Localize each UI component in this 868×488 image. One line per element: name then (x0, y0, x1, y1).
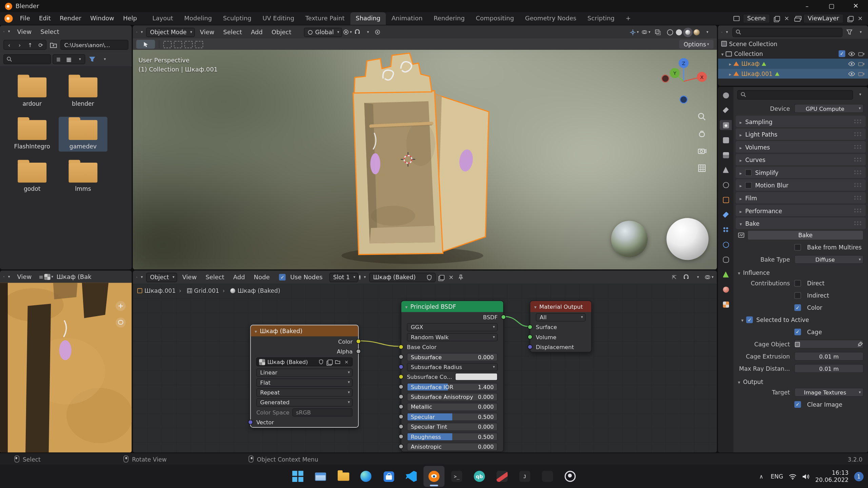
outliner-filter-icon[interactable] (845, 28, 853, 37)
influence-subheader[interactable]: Influence (738, 269, 864, 276)
eyedropper-icon[interactable] (857, 341, 863, 347)
display-settings-icon[interactable] (74, 55, 85, 64)
vp-menu-select[interactable]: Select (219, 28, 246, 36)
folder-tile[interactable]: blender (59, 74, 107, 109)
outliner-row-collection[interactable]: Collection (718, 49, 868, 59)
filter-settings-icon[interactable] (99, 57, 110, 61)
jdownloader-button[interactable]: J (514, 466, 535, 487)
filter-funnel-icon[interactable] (87, 57, 97, 62)
max-ray-field[interactable]: 0.01 m (794, 364, 864, 373)
maximize-button[interactable]: ▢ (819, 0, 844, 12)
shader-type-dropdown[interactable]: Object (146, 272, 177, 282)
fb-search-input[interactable] (3, 54, 51, 64)
expand-icon[interactable] (729, 60, 731, 67)
forward-icon[interactable]: › (14, 40, 25, 49)
properties-tab-particles[interactable] (719, 225, 732, 235)
fb-menu-view[interactable]: View (13, 28, 35, 35)
fake-user-shield-icon[interactable] (427, 274, 432, 280)
displacement-input-socket[interactable] (528, 344, 533, 349)
vp-menu-view[interactable]: View (196, 28, 218, 36)
interpolation-dropdown[interactable]: Linear (256, 368, 353, 376)
menu-help[interactable]: Help (119, 12, 141, 25)
eye-icon[interactable] (848, 61, 855, 66)
subsurface-anisotropy-slider[interactable]: Subsurface Anisotropy0.000 (407, 392, 498, 401)
properties-tab-output[interactable] (719, 135, 732, 145)
section-simplify[interactable]: Simplify (736, 166, 866, 178)
fb-menu-select[interactable]: Select (37, 28, 63, 35)
properties-tab-texture[interactable] (719, 299, 732, 309)
editor-type-file-browser-icon[interactable] (3, 27, 12, 36)
close-button[interactable]: ✕ (844, 0, 868, 12)
surface-input-socket[interactable] (528, 325, 533, 330)
bsdf-output-socket[interactable] (501, 314, 506, 320)
properties-options-icon[interactable] (855, 90, 864, 99)
mode-dropdown[interactable]: Object Mode (146, 27, 195, 37)
properties-tab-object[interactable] (719, 195, 732, 205)
base-color-input-socket[interactable] (398, 344, 403, 349)
bake-button[interactable]: Bake (747, 230, 864, 240)
section-performance[interactable]: Performance (736, 205, 866, 216)
input-socket[interactable] (398, 414, 403, 419)
section-volumes[interactable]: Volumes (736, 141, 866, 152)
tab-geometry-nodes[interactable]: Geometry Nodes (519, 12, 582, 25)
select-mode-extend-icon[interactable] (174, 41, 182, 48)
image-browse-icon[interactable] (46, 272, 55, 281)
camera-render-icon[interactable] (858, 71, 865, 76)
editor-type-properties-icon[interactable] (719, 90, 732, 100)
drag-grip-icon[interactable] (853, 119, 862, 124)
drag-grip-icon[interactable] (853, 144, 862, 149)
properties-tab-scene[interactable] (719, 165, 732, 175)
subsurface-method-dropdown[interactable]: Random Walk (407, 333, 498, 341)
zoom-icon[interactable] (697, 112, 707, 122)
editor-type-shader-icon[interactable] (136, 273, 145, 282)
outliner-display-icon[interactable] (856, 28, 865, 37)
tab-shading[interactable]: Shading (350, 12, 386, 25)
tab-layout[interactable]: Layout (147, 12, 179, 25)
motion-blur-checkbox[interactable] (745, 182, 752, 188)
properties-tab-view-layer[interactable] (719, 150, 732, 160)
input-socket[interactable] (398, 394, 403, 399)
color-checkbox[interactable] (794, 304, 801, 311)
cage-extrusion-field[interactable]: 0.01 m (794, 352, 864, 361)
roughness-slider[interactable]: Roughness0.500 (407, 432, 498, 441)
folder-tile[interactable]: FlashIntegro (8, 117, 57, 151)
copy-icon[interactable] (326, 359, 332, 365)
tab-sculpting[interactable]: Sculpting (217, 12, 257, 25)
scene-selector[interactable]: Scene (743, 14, 770, 23)
snap-magnet-icon[interactable] (353, 28, 362, 37)
metallic-slider[interactable]: Metallic0.000 (407, 403, 498, 411)
blender-menu-icon[interactable] (4, 14, 13, 22)
drag-grip-icon[interactable] (853, 221, 862, 226)
snap-settings-icon[interactable] (693, 273, 702, 282)
shading-settings-icon[interactable] (703, 28, 711, 37)
slot-dropdown[interactable]: Slot 1 (329, 272, 358, 282)
outliner-search-input[interactable] (732, 27, 843, 37)
section-curves[interactable]: Curves (736, 154, 866, 165)
specular-slider[interactable]: Specular0.500 (407, 412, 498, 421)
select-mode-new-icon[interactable] (163, 41, 172, 48)
list-view-icon[interactable]: ≣ (53, 55, 64, 64)
qbittorrent-button[interactable]: qb (469, 466, 490, 487)
properties-tab-constraints[interactable] (719, 255, 732, 264)
network-icon[interactable] (789, 469, 796, 483)
properties-tab-render[interactable] (719, 120, 732, 130)
drag-grip-icon[interactable] (853, 170, 862, 175)
vp-menu-add[interactable]: Add (247, 28, 267, 36)
thumbnail-view-icon[interactable]: ▦ (64, 55, 74, 64)
subsurface-radius-field[interactable]: Subsurface Radius (407, 363, 498, 371)
tab-texture-paint[interactable]: Texture Paint (300, 12, 350, 25)
toggle-ortho-grid-icon[interactable] (697, 163, 707, 173)
cage-object-field[interactable] (794, 340, 864, 348)
menu-edit[interactable]: Edit (35, 12, 55, 25)
output-target-dropdown[interactable]: All (536, 313, 586, 321)
editor-type-outliner-icon[interactable] (721, 28, 730, 37)
volume-icon[interactable] (802, 469, 810, 483)
volume-input-socket[interactable] (528, 334, 533, 340)
vector-input-socket[interactable] (248, 420, 253, 425)
section-motion-blur[interactable]: Motion Blur (736, 179, 866, 191)
projection-dropdown[interactable]: Flat (256, 378, 353, 386)
node-header[interactable]: Шкаф (Baked) (251, 325, 358, 337)
shading-material-preview-icon[interactable] (685, 29, 691, 35)
fake-user-shield-icon[interactable] (319, 359, 323, 365)
input-socket[interactable] (398, 424, 403, 429)
